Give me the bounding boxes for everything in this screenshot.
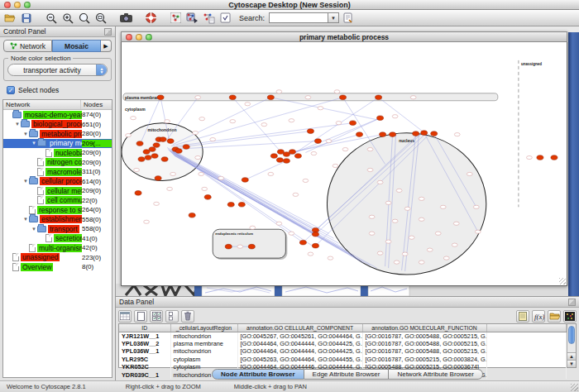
graph-node-small[interactable]	[195, 96, 201, 99]
graph-node-small[interactable]	[443, 256, 449, 260]
graph-node-selected[interactable]	[242, 178, 248, 183]
search-input[interactable]	[269, 12, 328, 23]
graph-node-selected[interactable]	[312, 243, 318, 248]
graph-node-small[interactable]	[167, 187, 173, 190]
tree-row[interactable]: nitrogen compo209(0)	[3, 158, 112, 168]
tab-mosaic[interactable]: Mosaic	[52, 40, 101, 52]
table-row[interactable]: YJR121W__1mitochondrion[GO:0045267, GO:0…	[119, 332, 567, 340]
graph-node-selected[interactable]	[421, 131, 428, 136]
tree-row[interactable]: response to stimulu264(0)	[3, 205, 112, 215]
graph-node-small[interactable]	[261, 123, 267, 127]
tree-expand-icon[interactable]: ▼	[22, 131, 29, 136]
graph-node-small[interactable]	[328, 256, 333, 260]
graph-node-small[interactable]	[308, 252, 313, 256]
table-scrollbar-thumb[interactable]	[568, 326, 575, 344]
tree-row[interactable]: Overview8(0)	[3, 262, 112, 272]
graph-node-selected[interactable]	[229, 95, 236, 100]
graph-node-small[interactable]	[419, 261, 424, 264]
graph-node-small[interactable]	[199, 172, 204, 175]
graph-node-small[interactable]	[454, 133, 460, 136]
tree-expand-icon[interactable]: ▼	[22, 217, 29, 222]
graph-node-selected[interactable]	[413, 131, 419, 136]
graph-node-small[interactable]	[410, 96, 416, 99]
graph-node-small[interactable]	[392, 219, 398, 222]
tree-row[interactable]: ▼establishment of lo558(0)	[3, 215, 112, 225]
tree-row[interactable]: secretion41(0)	[3, 234, 112, 244]
zoom-selected-icon[interactable]	[77, 11, 92, 25]
graph-node-selected[interactable]	[204, 195, 211, 200]
graph-node-selected[interactable]	[350, 121, 356, 126]
graph-node-small[interactable]	[245, 103, 251, 106]
graph-node-small[interactable]	[134, 168, 140, 171]
network-color-icon[interactable]	[184, 11, 199, 25]
graph-node-small[interactable]	[527, 155, 533, 159]
graph-node-small[interactable]	[170, 172, 176, 175]
graph-node-small[interactable]	[377, 251, 383, 255]
graph-node-selected[interactable]	[356, 132, 363, 137]
graph-node-selected[interactable]	[294, 154, 301, 159]
graph-node-selected[interactable]	[376, 95, 382, 100]
graph-node-small[interactable]	[230, 120, 236, 123]
graph-node-small[interactable]	[131, 117, 136, 120]
network-import-icon[interactable]	[201, 11, 216, 25]
graph-node-small[interactable]	[293, 193, 299, 196]
graph-node-small[interactable]	[333, 164, 338, 167]
graph-node-small[interactable]	[396, 189, 402, 192]
graph-node-small[interactable]	[165, 120, 170, 123]
graph-node-small[interactable]	[303, 179, 309, 182]
graph-node-small[interactable]	[250, 226, 256, 229]
zoom-out-icon[interactable]	[44, 11, 59, 25]
graph-node-selected[interactable]	[248, 244, 255, 249]
tab-network-attribute-browser[interactable]: Network Attribute Browser	[389, 369, 482, 380]
graph-node-small[interactable]	[473, 205, 479, 208]
graph-node-selected[interactable]	[537, 155, 543, 160]
graph-node-small[interactable]	[402, 252, 408, 256]
graph-node-small[interactable]	[195, 155, 201, 159]
network-overview-icon[interactable]	[168, 11, 183, 25]
table-row[interactable]: YPL036W__1mitochondrion[GO:0044464, GO:0…	[119, 347, 567, 356]
tree-row[interactable]: ▼biological_process651(0)	[3, 120, 112, 130]
graph-node-selected[interactable]	[307, 129, 313, 134]
graph-node-small[interactable]	[193, 131, 199, 135]
graph-node-small[interactable]	[237, 245, 243, 248]
tab-node-attribute-browser[interactable]: Node Attribute Browser	[212, 369, 304, 380]
graph-node-small[interactable]	[289, 232, 294, 235]
function-builder-icon[interactable]: f(x)	[532, 310, 545, 323]
network-canvas[interactable]: plasma membrane cytoplasm unassigned mit…	[121, 42, 567, 286]
graph-node-small[interactable]	[326, 140, 332, 143]
graph-node-selected[interactable]	[270, 154, 277, 159]
tree-row[interactable]: nucleobase-209(0)	[3, 148, 112, 158]
graph-node-small[interactable]	[144, 220, 150, 223]
graph-node-selected[interactable]	[283, 152, 290, 157]
graph-node-selected[interactable]	[155, 176, 161, 181]
attribute-list-icon[interactable]	[516, 310, 529, 323]
graph-node-selected[interactable]	[238, 203, 245, 208]
float-panel-icon[interactable]	[104, 28, 112, 36]
tree-row[interactable]: macromolecule311(0)	[3, 167, 112, 177]
tree-row[interactable]: ▼cellular process614(0)	[3, 177, 112, 187]
graph-node-selected[interactable]	[157, 95, 164, 100]
table-column-header[interactable]: annotation.GO CELLULAR_COMPONENT	[237, 324, 362, 332]
tree-row[interactable]: ▼metabolic process280(0)	[3, 129, 112, 139]
graph-node-small[interactable]	[394, 261, 400, 264]
graph-node-small[interactable]	[289, 119, 294, 122]
network-window-titlebar[interactable]: primary metabolic process	[121, 31, 567, 42]
graph-node-selected[interactable]	[312, 232, 318, 237]
graph-node-small[interactable]	[409, 236, 414, 239]
graph-node-selected[interactable]	[299, 240, 306, 245]
graph-node-small[interactable]	[369, 215, 375, 218]
graph-node-selected[interactable]	[145, 155, 151, 160]
scroll-up-icon[interactable]: ▲	[567, 352, 576, 360]
table-column-header[interactable]: annotation.GO MOLECULAR_FUNCTION	[362, 324, 486, 332]
tab-network[interactable]: Network	[3, 40, 52, 52]
graph-node-small[interactable]	[419, 197, 424, 200]
graph-node-selected[interactable]	[377, 116, 384, 121]
graph-node-small[interactable]	[276, 222, 282, 225]
graph-node-small[interactable]	[202, 187, 208, 190]
tab-overflow-arrow-icon[interactable]: ▶	[101, 40, 112, 52]
graph-node-selected[interactable]	[314, 139, 321, 144]
tree-row[interactable]: ▼transport558(0)	[3, 224, 112, 234]
snapshot-camera-icon[interactable]	[118, 11, 133, 25]
graph-node-selected[interactable]	[390, 132, 396, 137]
float-data-panel-icon[interactable]	[568, 299, 576, 306]
